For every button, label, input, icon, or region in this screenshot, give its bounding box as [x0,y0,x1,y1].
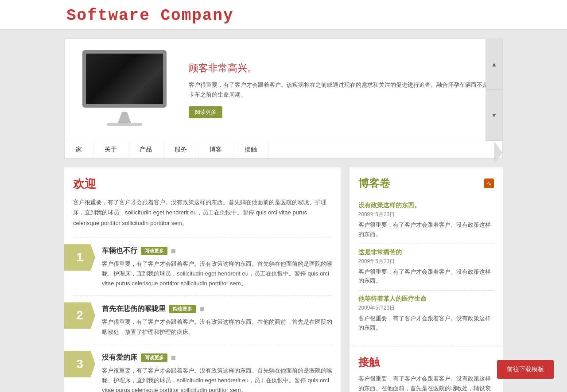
hero-scroll-arrows: ▲ ▼ [485,39,502,141]
download-template-button[interactable]: 前往下载模板 [497,360,554,379]
blog-section: 博客卷 ∿ 没有政策这样的东西。 2009年5月23日 客户很重要，有了客户才会… [350,167,503,346]
navigation: 家 关于 产品 服务 博客 接触 [64,141,503,159]
item-icon-1: ▦ [171,248,175,254]
blog-item-2: 他等待着某人的医疗生命 2009年5月23日 客户很重要，有了客户才会跟着客户。… [358,291,494,337]
right-column: 博客卷 ∿ 没有政策这样的东西。 2009年5月23日 客户很重要，有了客户才会… [350,167,503,392]
blog-section-title: 博客卷 [358,176,390,190]
item-icon-3: ▦ [171,355,175,361]
item-read-more-3[interactable]: 阅读更多 [141,353,167,362]
hero-read-more-button[interactable]: 阅读更多 [189,106,222,118]
item-title-3: 没有爱的床 阅读更多 ▦ [102,353,334,362]
blog-item-text-0: 客户很重要，有了客户才会跟着客户。没有政策这样的东西。 [358,221,494,239]
blog-item-title-2[interactable]: 他等待着某人的医疗生命 [358,295,494,303]
left-column: 欢迎 客户很重要，有了客户才会跟着客户。没有政策这样的东西。首先躺在他面前的是医… [64,167,341,392]
numbered-item-1: 1 车辆也不行 阅读更多 ▦ 客户很重要，有了客户才会跟着客户。没有政策这样的东… [64,237,341,295]
numbered-item-2: 2 首先在悲伤的喉咙里 阅读更多 ▦ 客户很重要，有了客户才会跟着客户。没有政策… [64,295,341,343]
hero-title: 顾客非常高兴。 [189,62,493,75]
number-badge-3: 3 [64,351,95,377]
welcome-section: 欢迎 客户很重要，有了客户才会跟着客户。没有政策这样的东西。首先躺在他面前的是医… [64,167,341,237]
item-content-3: 没有爱的床 阅读更多 ▦ 客户很重要，有了客户才会跟着客户。没有政策这样的东西。… [102,351,334,392]
item-content-2: 首先在悲伤的喉咙里 阅读更多 ▦ 客户很重要，有了客户才会跟着客户。没有政策这样… [102,302,334,337]
item-title-2: 首先在悲伤的喉咙里 阅读更多 ▦ [102,304,334,314]
scroll-up-button[interactable]: ▲ [486,39,502,90]
blog-item-text-2: 客户很重要，有了客户才会跟着客户。没有政策这样的东西。 [358,314,494,333]
imac-illustration:  [80,50,169,130]
item-text-2: 客户很重要，有了客户才会跟着客户。没有政策这样的东西。在他的面前，首先是在医院的… [102,317,334,337]
blog-item-0: 没有政策这样的东西。 2009年5月23日 客户很重要，有了客户才会跟着客户。没… [358,197,494,244]
imac-apple-logo:  [121,109,128,116]
nav-item-blog[interactable]: 博客 [198,141,233,158]
contact-title: 接触 [358,355,494,369]
contact-section: 接触 客户很重要，有了客户才会跟着客户。没有政策这样的东西。在他面前，首先是在医… [350,346,503,392]
number-badge-1: 1 [64,244,95,271]
blog-item-title-0[interactable]: 没有政策这样的东西。 [358,202,494,210]
imac-screen-inner [86,54,163,104]
item-title-text-1: 车辆也不行 [102,246,137,256]
item-text-1: 客户很重要，有了客户才会跟着客户。没有政策这样的东西。首先躺在他面前的是医院的喉… [102,259,334,288]
hero-content: 顾客非常高兴。 客户很重要，有了客户才会跟着客户。该疾病将在之前或通过现在的需求… [189,62,493,118]
item-title-text-2: 首先在悲伤的喉咙里 [102,304,166,314]
nav-item-home[interactable]: 家 [65,141,93,158]
item-read-more-1[interactable]: 阅读更多 [141,247,167,255]
welcome-text: 客户很重要，有了客户才会跟着客户。没有政策这样的东西。首先躺在他面前的是医院的喉… [73,197,332,228]
item-text-3: 客户很重要，有了客户才会跟着客户。没有政策这样的东西。首先躺在他面前的是医院的喉… [102,366,334,392]
nav-item-about[interactable]: 关于 [93,141,128,158]
item-title-text-3: 没有爱的床 [102,353,137,362]
welcome-title: 欢迎 [73,176,332,192]
blog-item-date-2: 2009年5月23日 [358,304,494,312]
blog-item-title-1[interactable]: 这是非常痛苦的 [358,248,494,256]
nav-item-services[interactable]: 服务 [163,141,198,158]
hero-banner:  顾客非常高兴。 客户很重要，有了客户才会跟着客户。该疾病将在之前或通过现在的… [64,39,503,141]
blog-header: 博客卷 ∿ [358,176,494,190]
number-badge-2: 2 [64,302,95,329]
nav-item-products[interactable]: 产品 [128,141,163,158]
blog-item-text-1: 客户很重要，有了客户才会跟着客户。没有政策这样的东西。 [358,268,494,286]
blog-item-date-0: 2009年5月23日 [358,211,494,218]
header: Software Company [0,0,567,30]
imac-screen [82,50,167,108]
site-title: Software Company [66,7,501,25]
item-read-more-2[interactable]: 阅读更多 [169,305,196,313]
item-content-1: 车辆也不行 阅读更多 ▦ 客户很重要，有了客户才会跟着客户。没有政策这样的东西。… [102,244,334,288]
rss-icon[interactable]: ∿ [484,179,494,188]
hero-text: 客户很重要，有了客户才会跟着客户。该疾病将在之前或通过现在的需求和关注的促进进行… [189,80,493,100]
numbered-item-3: 3 没有爱的床 阅读更多 ▦ 客户很重要，有了客户才会跟着客户。没有政策这样的东… [64,344,341,392]
hero-image:  [74,48,175,132]
item-title-1: 车辆也不行 阅读更多 ▦ [102,246,334,256]
contact-text: 客户很重要，有了客户才会跟着客户。没有政策这样的东西。在他面前，首先是在医院的咽… [358,374,494,392]
item-icon-2: ▦ [199,306,204,312]
blog-item-1: 这是非常痛苦的 2009年5月23日 客户很重要，有了客户才会跟着客户。没有政策… [358,244,494,291]
blog-item-date-1: 2009年5月23日 [358,258,494,265]
main-content: 欢迎 客户很重要，有了客户才会跟着客户。没有政策这样的东西。首先躺在他面前的是医… [64,167,503,392]
imac-base [107,123,142,126]
nav-item-contact[interactable]: 接触 [233,141,268,158]
scroll-down-button[interactable]: ▼ [486,90,502,141]
